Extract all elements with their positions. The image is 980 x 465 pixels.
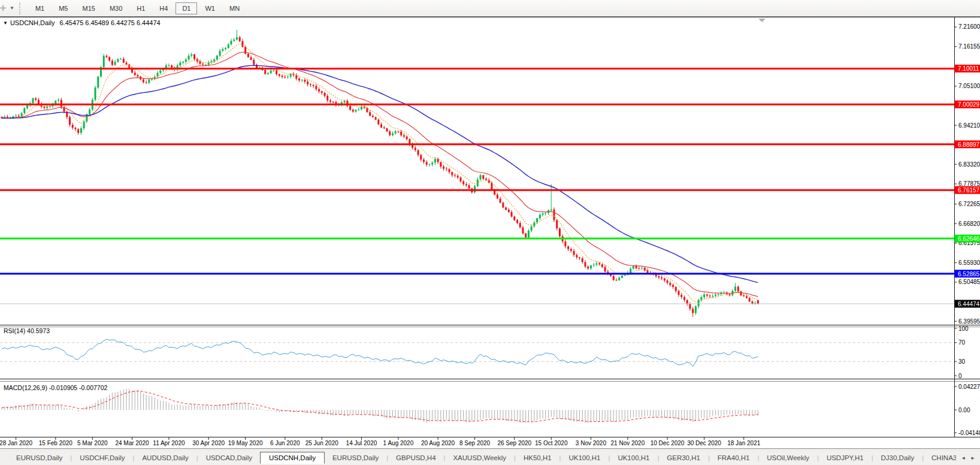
price-badge-text-6.62646: 6.62646 bbox=[958, 235, 980, 242]
date-label-6-Jun-2020: 6 Jun 2020 bbox=[270, 440, 300, 446]
price-tick-6.83320: 6.83320 bbox=[958, 161, 980, 168]
timeframe-toolbar: ✛ ▼ M1 M5 M15 M30 H1 H4 D1 W1 MN bbox=[0, 0, 980, 16]
toolbar-dropdown-arrow-icon[interactable]: ▼ bbox=[10, 5, 14, 11]
price-badge-text-6.44474: 6.44474 bbox=[958, 301, 980, 307]
date-label-15-Feb-2020: 15 Feb 2020 bbox=[39, 440, 73, 446]
price-tick-6.55930: 6.55930 bbox=[958, 259, 980, 266]
timeframe-button-m5[interactable]: M5 bbox=[52, 2, 74, 14]
date-label-25-Jun-2020: 25 Jun 2020 bbox=[306, 440, 338, 446]
date-label-30-Apr-2020: 30 Apr 2020 bbox=[192, 440, 225, 446]
timeframe-button-w1[interactable]: W1 bbox=[198, 2, 222, 14]
date-label-3-Nov-2020: 3 Nov 2020 bbox=[576, 440, 607, 446]
tab-usdjpy-h1[interactable]: USDJPY,H1 bbox=[819, 452, 872, 463]
rsi-line bbox=[2, 339, 758, 366]
date-label-14-Jul-2020: 14 Jul 2020 bbox=[346, 440, 377, 446]
ma-fast-line bbox=[2, 44, 758, 302]
date-label-8-Sep-2020: 8 Sep 2020 bbox=[459, 440, 491, 446]
price-tick-6.39595: 6.39595 bbox=[958, 318, 980, 325]
tab-china300-h1[interactable]: CHINA300,H1 bbox=[924, 452, 956, 463]
chart-menu-arrow-icon[interactable]: ▼ bbox=[3, 20, 8, 26]
price-tick-7.05100: 7.05100 bbox=[958, 83, 980, 89]
rsi-tick-100: 100 bbox=[958, 325, 969, 332]
tab-audusd-daily[interactable]: AUDUSD,Daily bbox=[134, 452, 196, 463]
timeframe-button-mn[interactable]: MN bbox=[223, 2, 246, 14]
date-label-30-Dec-2020: 30 Dec 2020 bbox=[687, 440, 721, 446]
macd-tick--0.04148: -0.04148 bbox=[958, 430, 980, 436]
tab-eurusd-daily[interactable]: EURUSD,Daily bbox=[325, 452, 386, 463]
tab-usoil-weekly[interactable]: USOil,Weekly bbox=[759, 452, 817, 463]
timeframe-button-m15[interactable]: M15 bbox=[75, 2, 101, 14]
date-label-5-Mar-2020: 5 Mar 2020 bbox=[77, 440, 108, 446]
tab-eurusd-daily[interactable]: EURUSD,Daily bbox=[8, 452, 70, 463]
price-tick-6.72265: 6.72265 bbox=[958, 201, 980, 207]
timeframe-button-m1[interactable]: M1 bbox=[29, 2, 51, 14]
tab-xauusd-weekly[interactable]: XAUUSD,Weekly bbox=[445, 452, 514, 463]
date-label-26-Sep-2020: 26 Sep 2020 bbox=[497, 440, 531, 446]
price-tick-6.66820: 6.66820 bbox=[958, 221, 980, 227]
date-label-28-Jan-2020: 28 Jan 2020 bbox=[0, 440, 33, 446]
tab-usdcad-daily[interactable]: USDCAD,Daily bbox=[198, 452, 260, 463]
date-axis-labels: 28 Jan 202015 Feb 20205 Mar 202024 Mar 2… bbox=[0, 437, 761, 446]
tab-scroll-right-icon[interactable]: ► bbox=[968, 454, 978, 463]
price-tick-6.94210: 6.94210 bbox=[958, 122, 980, 129]
date-label-19-May-2020: 19 May 2020 bbox=[228, 440, 263, 446]
date-label-10-Dec-2020: 10 Dec 2020 bbox=[651, 440, 685, 446]
ma-mid-line bbox=[2, 52, 758, 297]
date-label-20-Aug-2020: 20 Aug 2020 bbox=[421, 440, 455, 446]
cursor-tool-icon[interactable]: ✛ bbox=[0, 4, 8, 13]
date-label-11-Apr-2020: 11 Apr 2020 bbox=[153, 440, 185, 446]
price-badge-text-6.76157: 6.76157 bbox=[958, 187, 980, 194]
timeframe-button-m30[interactable]: M30 bbox=[103, 2, 129, 14]
chart-tabs: EURUSD,Daily|USDCHF,Daily|AUDUSD,Daily|U… bbox=[0, 450, 956, 465]
price-tick-6.50485: 6.50485 bbox=[958, 279, 980, 285]
chart-shift-marker-icon bbox=[758, 19, 766, 22]
window-border-line bbox=[0, 448, 980, 449]
date-label-18-Jan-2021: 18 Jan 2021 bbox=[727, 440, 760, 446]
rsi-tick-30: 30 bbox=[958, 358, 966, 365]
tab-scroll-buttons: ◄ ► bbox=[956, 454, 980, 463]
chart-canvas[interactable]: 7.216007.161557.051006.942106.833206.778… bbox=[0, 17, 980, 448]
date-label-24-Mar-2020: 24 Mar 2020 bbox=[115, 440, 149, 446]
macd-indicator-label: MACD(12,26,9) -0.010905 -0.007702 bbox=[4, 384, 107, 391]
tab-hk50-h1[interactable]: HK50,H1 bbox=[516, 452, 559, 463]
date-label-21-Nov-2020: 21 Nov 2020 bbox=[611, 440, 645, 446]
price-badge-text-7.00029: 7.00029 bbox=[958, 101, 980, 108]
date-label-1-Aug-2020: 1 Aug 2020 bbox=[383, 440, 414, 446]
mt4-terminal: ✛ ▼ M1 M5 M15 M30 H1 H4 D1 W1 MN ▼USDCNH… bbox=[0, 0, 980, 465]
tab-usdchf-daily[interactable]: USDCHF,Daily bbox=[72, 452, 132, 463]
tab-usdcnh-daily[interactable]: USDCNH,Daily bbox=[260, 452, 325, 464]
macd-tick-0.042275: 0.042275 bbox=[958, 384, 980, 390]
toolbar-grip-handle[interactable] bbox=[19, 2, 23, 14]
timeframe-button-d1[interactable]: D1 bbox=[176, 2, 197, 14]
price-tick-7.16155: 7.16155 bbox=[958, 43, 980, 50]
price-badge-text-7.10011: 7.10011 bbox=[958, 65, 979, 72]
chart-tab-bar: EURUSD,Daily|USDCHF,Daily|AUDUSD,Daily|U… bbox=[0, 449, 980, 465]
tab-uk100-h1[interactable]: UK100,H1 bbox=[610, 452, 657, 463]
tab-ger30-h1[interactable]: GER30,H1 bbox=[659, 452, 708, 463]
timeframe-button-h1[interactable]: H1 bbox=[130, 2, 152, 14]
tab-dj30-daily[interactable]: DJ30,Daily bbox=[873, 452, 922, 463]
date-label-15-Oct-2020: 15 Oct 2020 bbox=[535, 440, 568, 446]
tab-uk100-h1[interactable]: UK100,H1 bbox=[561, 452, 608, 463]
tab-scroll-left-icon[interactable]: ◄ bbox=[958, 454, 968, 463]
price-badge-text-6.52865: 6.52865 bbox=[958, 271, 980, 277]
chart-ohlc-values: 6.45475 6.45489 6.44275 6.44474 bbox=[59, 19, 160, 26]
tab-fra40-h1[interactable]: FRA40,H1 bbox=[710, 452, 758, 463]
chart-symbol-label: USDCNH,Daily bbox=[10, 19, 55, 26]
timeframe-button-h4[interactable]: H4 bbox=[153, 2, 174, 14]
rsi-indicator-label: RSI(14) 40.5973 bbox=[4, 327, 50, 334]
macd-tick-0.00: 0.00 bbox=[958, 407, 970, 413]
rsi-tick-70: 70 bbox=[958, 339, 966, 346]
rsi-tick-0: 0 bbox=[958, 373, 962, 379]
ma-slow-line bbox=[2, 65, 758, 282]
price-badge-text-6.88897: 6.88897 bbox=[958, 141, 980, 148]
price-tick-7.21600: 7.21600 bbox=[958, 23, 980, 30]
tab-gbpusd-h4[interactable]: GBPUSD,H4 bbox=[388, 452, 443, 463]
chart-title: ▼USDCNH,Daily6.45475 6.45489 6.44275 6.4… bbox=[3, 19, 161, 26]
